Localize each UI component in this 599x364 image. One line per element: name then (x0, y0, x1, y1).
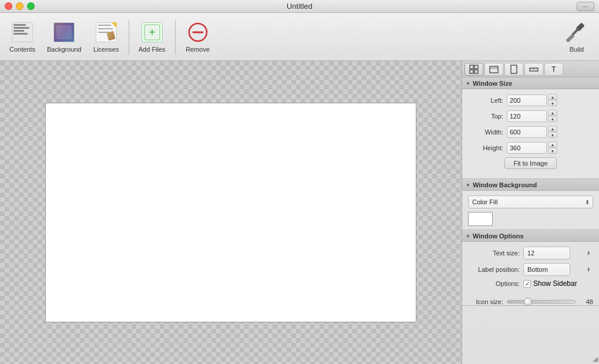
canvas-area (0, 61, 462, 364)
contents-icon (11, 21, 33, 43)
height-stepper-up[interactable]: ▲ (548, 141, 557, 147)
remove-icon (187, 21, 209, 43)
add-files-icon: + (141, 21, 163, 43)
window-background-section: ▼ Window Background Color Fill Image Fil… (462, 179, 599, 230)
width-stepper-down[interactable]: ▼ (548, 132, 557, 138)
toolbar-label-licenses: Licenses (93, 46, 119, 53)
toolbar-item-add-files[interactable]: + Add Files (134, 19, 170, 55)
resize-corner-icon: ◢ (593, 355, 598, 363)
title-bar-right: — (577, 2, 594, 11)
toolbar-item-build[interactable]: Build (559, 19, 594, 55)
maximize-button[interactable] (27, 2, 35, 10)
close-button[interactable] (5, 2, 12, 10)
toolbar-label-contents: Contents (9, 46, 35, 53)
show-sidebar-label: Show Sidebar (533, 279, 577, 288)
tab-page[interactable] (504, 63, 523, 76)
top-input[interactable] (507, 110, 547, 122)
left-stepper-up[interactable]: ▲ (548, 94, 557, 100)
right-panel: T ▼ Window Size Left: ▲ ▼ (462, 61, 599, 364)
toolbar-label-build: Build (570, 46, 584, 53)
window-size-section: ▼ Window Size Left: ▲ ▼ (462, 77, 599, 179)
svg-rect-10 (475, 70, 478, 73)
toolbar-label-background: Background (47, 46, 82, 53)
height-stepper-down[interactable]: ▼ (548, 148, 557, 154)
svg-rect-6 (572, 28, 580, 35)
width-input[interactable] (507, 126, 547, 138)
icon-size-slider-thumb[interactable] (524, 298, 532, 306)
window-background-title: Window Background (473, 181, 537, 188)
minimize-button[interactable] (16, 2, 23, 10)
svg-rect-7 (470, 65, 473, 69)
toolbar: Contents Background Licenses (0, 13, 599, 61)
top-stepper-down[interactable]: ▼ (548, 116, 557, 122)
toolbar-separator-1 (129, 19, 129, 55)
window-options-header: ▼ Window Options (462, 230, 599, 242)
options-checkbox-row: Options: ✓ Show Sidebar (468, 279, 593, 288)
svg-rect-8 (475, 65, 478, 69)
label-position-dropdown-arrow: ⬍ (587, 267, 591, 272)
form-row-height: Height: ▲ ▼ (468, 141, 593, 154)
text-size-dropdown[interactable]: 10 11 12 13 14 (523, 247, 570, 259)
color-swatch[interactable] (468, 212, 493, 226)
text-size-dropdown-arrow: ⬍ (587, 251, 591, 256)
toolbar-item-licenses[interactable]: Licenses (89, 19, 124, 55)
background-icon (53, 21, 75, 43)
label-position-dropdown[interactable]: Top Bottom None (523, 263, 570, 276)
window-options-title: Window Options (473, 232, 524, 240)
width-stepper-up[interactable]: ▲ (548, 126, 557, 132)
canvas-window (45, 103, 416, 322)
window-size-form: Left: ▲ ▼ Top: ▲ (462, 89, 599, 178)
tab-strip: T (462, 61, 599, 77)
fit-to-image-button[interactable]: Fit to Image (504, 157, 556, 169)
height-stepper: ▲ ▼ (548, 141, 557, 154)
tab-text[interactable]: T (544, 63, 563, 76)
left-stepper-down[interactable]: ▼ (548, 100, 557, 106)
window-size-header: ▼ Window Size (462, 77, 599, 89)
width-label: Width: (468, 129, 503, 136)
svg-text:+: + (149, 26, 156, 39)
background-dropdown-wrap: Color Fill Image Fill None ⬍ (468, 196, 593, 208)
left-stepper: ▲ ▼ (548, 94, 557, 106)
icon-size-row: Icon size: 48 (462, 298, 599, 305)
collapse-button[interactable]: — (577, 2, 594, 11)
text-size-row: Text size: 10 11 12 13 14 ⬍ (468, 247, 593, 259)
tab-grid[interactable] (465, 63, 483, 76)
main-area: T ▼ Window Size Left: ▲ ▼ (0, 61, 599, 364)
icon-size-label: Icon size: (468, 298, 503, 305)
toolbar-item-background[interactable]: Background (42, 19, 86, 55)
top-label: Top: (468, 113, 503, 120)
left-input[interactable] (507, 95, 547, 106)
top-stepper: ▲ ▼ (548, 110, 557, 122)
window-size-title: Window Size (473, 80, 512, 87)
height-label: Height: (468, 144, 503, 151)
toolbar-label-add-files: Add Files (139, 46, 166, 53)
show-sidebar-checkbox[interactable]: ✓ (523, 280, 531, 288)
svg-rect-11 (490, 66, 498, 73)
toolbar-item-contents[interactable]: Contents (5, 19, 40, 55)
label-position-label: Label position: (468, 266, 520, 273)
tab-ruler[interactable] (524, 63, 543, 76)
form-row-top: Top: ▲ ▼ (468, 110, 593, 122)
window-options-section: ▼ Window Options Text size: 10 11 12 13 … (462, 230, 599, 306)
toolbar-label-remove: Remove (186, 46, 210, 53)
form-row-left: Left: ▲ ▼ (468, 94, 593, 106)
build-icon (566, 21, 588, 43)
window-controls (5, 2, 35, 10)
window-background-header: ▼ Window Background (462, 179, 599, 191)
toolbar-item-remove[interactable]: Remove (180, 19, 216, 55)
background-dropdown[interactable]: Color Fill Image Fill None (468, 196, 593, 208)
top-stepper-up[interactable]: ▲ (548, 110, 557, 116)
icon-size-value: 48 (579, 298, 593, 305)
licenses-icon (95, 21, 117, 43)
title-bar: Untitled — (0, 0, 599, 13)
height-input[interactable] (507, 142, 547, 154)
text-size-label: Text size: (468, 250, 520, 257)
left-label: Left: (468, 97, 503, 104)
width-stepper: ▲ ▼ (548, 126, 557, 138)
label-position-row: Label position: Top Bottom None ⬍ (468, 263, 593, 276)
options-content: Text size: 10 11 12 13 14 ⬍ Label (462, 242, 599, 296)
svg-rect-13 (511, 65, 517, 73)
icon-size-slider-track (507, 300, 576, 304)
toolbar-separator-2 (175, 19, 176, 55)
tab-window[interactable] (484, 63, 503, 76)
